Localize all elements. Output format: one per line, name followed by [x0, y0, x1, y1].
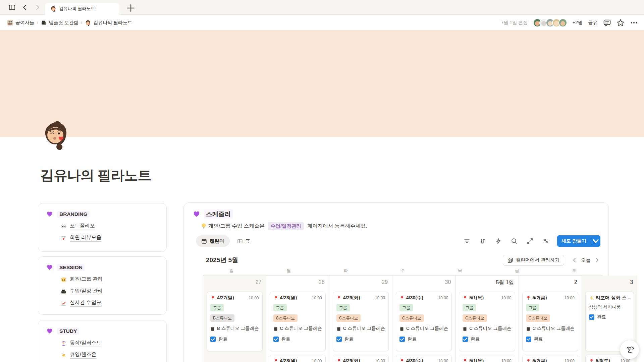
sparkles-icon	[589, 296, 594, 301]
new-entry-button[interactable]: 새로 만들기	[557, 235, 600, 247]
checkbox-checked[interactable]	[399, 337, 405, 342]
cell-date-number: 2	[522, 276, 578, 288]
comments-icon[interactable]	[603, 19, 611, 27]
page-link-person-ok[interactable]: 동작/일러스트	[61, 340, 160, 347]
member-avatar-stack[interactable]	[533, 18, 567, 27]
extra-members-count[interactable]: +2명	[573, 20, 583, 26]
event-relation[interactable]: C 스튜디오 그룹레슨	[336, 325, 385, 332]
view-settings-icon[interactable]	[542, 238, 549, 244]
event-date-label: 4/28(월)	[280, 295, 297, 301]
page-link-love-letter[interactable]: 회원 리뷰모음	[61, 234, 160, 242]
event-date-label: 리포머 심화 스...	[596, 295, 630, 301]
event-time-label: 10:00	[565, 359, 575, 362]
event-date-label: 4/27(일)	[217, 295, 234, 301]
checkbox-checked[interactable]	[210, 337, 216, 342]
event-date-label: 4/29(화)	[343, 358, 360, 362]
member-avatar[interactable]	[558, 18, 567, 27]
cover-banner[interactable]	[0, 30, 644, 137]
event-relation[interactable]: C 스튜디오 그룹레슨	[463, 325, 511, 332]
event-card[interactable]: 4/29(화) 10:00 그룹C스튜디오C 스튜디오 그룹레슨완료	[333, 292, 389, 351]
card-heading-label: BRANDING	[57, 211, 90, 218]
pin-icon	[210, 296, 215, 301]
chevron-down-icon[interactable]	[591, 235, 600, 247]
card-heading-label: STUDY	[57, 328, 79, 335]
event-card[interactable]: 4/30(수) 10:00 그룹C스튜디오C 스튜디오 그룹레슨완료	[396, 292, 452, 351]
tab-bar: 김유나의 필라노트	[0, 0, 644, 15]
page-title: 김유나의 필라노트	[40, 166, 151, 185]
checkbox-checked[interactable]	[273, 337, 279, 342]
sidebar-toggle-icon[interactable]	[9, 4, 15, 11]
calendar-cell: 28 4/28(월) 10:00 그룹C스튜디오C 스튜디오 그룹레슨완료 4/…	[266, 276, 329, 362]
automation-bolt-icon[interactable]	[495, 238, 502, 244]
scheduler-callout: 개인/그룹 수업 스케줄은 수업/일정관리 페이지에서 등록해주세요.	[201, 222, 367, 230]
today-button[interactable]: 오늘	[581, 257, 591, 263]
filter-icon[interactable]	[464, 238, 470, 244]
checkbox-checked[interactable]	[463, 337, 468, 342]
page-link-clap[interactable]: 큐잉/핸즈온	[61, 351, 160, 359]
event-card[interactable]: 4/30(수) 18:00	[396, 355, 452, 362]
search-icon[interactable]	[511, 238, 518, 244]
event-title-row: 5/3(토) 10:00	[589, 358, 630, 362]
expand-icon[interactable]	[527, 238, 533, 244]
more-options-icon[interactable]	[630, 19, 638, 27]
nav-forward-icon[interactable]	[34, 4, 41, 11]
prev-week-icon[interactable]	[572, 257, 578, 263]
event-tag: B스튜디오	[210, 314, 234, 322]
page-link-fax[interactable]: 수업/일정 관리	[61, 288, 160, 295]
fax-icon	[61, 289, 66, 294]
favorite-star-icon[interactable]	[616, 19, 625, 27]
manage-in-calendar-button[interactable]: 9 캘린더에서 관리하기	[503, 255, 564, 266]
page-link-label: 수업/일정 관리	[70, 288, 103, 295]
event-card[interactable]: 4/28(월) 10:00 그룹C스튜디오C 스튜디오 그룹레슨완료	[270, 292, 326, 351]
checkbox-checked[interactable]	[336, 337, 342, 342]
event-relation[interactable]: B 스튜디오 그룹레슨	[210, 325, 259, 332]
checkbox-label: 완료	[597, 314, 606, 320]
event-card[interactable]: 4/28(월) 18:00	[270, 355, 326, 362]
event-relation[interactable]: C 스튜디오 그룹레슨	[399, 325, 448, 332]
tab-calendar-view[interactable]: 캘린더	[196, 235, 230, 247]
event-tag: C스튜디오	[399, 314, 424, 322]
event-card[interactable]: 5/1(목) 10:00 그룹C스튜디오C 스튜디오 그룹레슨완료	[459, 292, 515, 351]
event-card[interactable]: 4/29(화) 10:00	[333, 355, 389, 362]
new-tab-button[interactable]	[126, 3, 136, 13]
callout-page-tag[interactable]: 수업/일정관리	[268, 222, 304, 230]
page-icon[interactable]	[41, 120, 71, 151]
event-title-row: 4/28(월) 18:00	[273, 358, 322, 362]
event-tag: 그룹	[526, 304, 539, 311]
event-title-row: 4/28(월) 10:00	[273, 295, 322, 301]
event-location: 삼성역 세미나룸	[589, 304, 630, 310]
relation-label: C 스튜디오 그룹레슨	[533, 325, 575, 332]
svg-text:9: 9	[509, 259, 511, 262]
breadcrumb-templates[interactable]: 템플릿 보관함	[41, 20, 78, 26]
event-title-row: 4/27(일) 10:00	[210, 295, 259, 301]
notion-ai-button[interactable]	[620, 340, 639, 359]
event-card[interactable]: 5/2(금) 10:00	[522, 355, 578, 362]
event-relation[interactable]: C 스튜디오 그룹레슨	[526, 325, 575, 332]
breadcrumb-workspace[interactable]: 공여사들	[7, 20, 34, 26]
cell-date-number: 29	[333, 276, 389, 288]
tab-page-icon	[50, 6, 56, 12]
event-relation[interactable]: C 스튜디오 그룹레슨	[273, 325, 322, 332]
tab-table-view[interactable]: 표	[237, 238, 251, 244]
sort-icon[interactable]	[479, 238, 486, 244]
weekday-label: 월	[260, 268, 317, 274]
checkbox-label: 완료	[471, 336, 480, 342]
event-card[interactable]: 5/2(금) 10:00 그룹C스튜디오C 스튜디오 그룹레슨완료	[522, 292, 578, 351]
event-card[interactable]: 5/1(목) 18:00	[459, 355, 515, 362]
event-card[interactable]: 4/27(일) 10:00 그룹B스튜디오B 스튜디오 그룹레슨완료	[207, 292, 263, 351]
breadcrumb-label: 김유나의 필라노트	[93, 20, 132, 26]
page-link-smile-hearts[interactable]: 회원/그룹 관리	[61, 276, 160, 283]
nav-back-icon[interactable]	[21, 4, 28, 11]
checkbox-checked[interactable]	[589, 314, 594, 320]
active-tab[interactable]: 김유나의 필라노트	[45, 3, 119, 15]
cell-date-number: 3	[585, 276, 634, 288]
share-button[interactable]: 공유	[588, 19, 598, 26]
month-title: 2025년 5월	[206, 256, 238, 264]
page-link-chart-up[interactable]: 실시간 수업료	[61, 299, 160, 307]
clipboard-icon	[463, 326, 467, 331]
checkbox-checked[interactable]	[526, 337, 531, 342]
page-link-eyes[interactable]: 포트폴리오	[61, 223, 160, 230]
breadcrumb-current-page[interactable]: 김유나의 필라노트	[85, 20, 132, 26]
event-time-label: 10:00	[375, 296, 385, 300]
next-week-icon[interactable]	[594, 257, 600, 263]
